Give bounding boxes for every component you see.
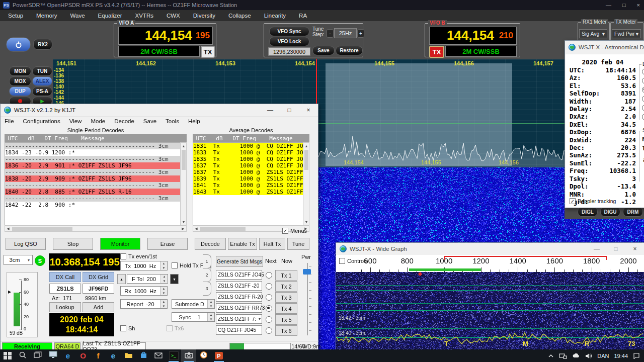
rx1-meter-select[interactable]: Sig Avg▾ bbox=[579, 29, 607, 38]
rx2-button[interactable]: RX2 bbox=[33, 39, 52, 50]
sh-checkbox[interactable]: Sh bbox=[120, 325, 135, 331]
astro-titlebar[interactable]: WSJT-X - Astronomical Data bbox=[565, 41, 644, 54]
store-icon[interactable] bbox=[136, 349, 151, 362]
scroll-up-icon[interactable]: ▲ bbox=[303, 143, 309, 149]
start-icon[interactable] bbox=[0, 349, 15, 362]
left-horizontal-scrollbar[interactable]: ◀ ▶ bbox=[5, 225, 187, 232]
spinner-arrows[interactable]: ▲▼ bbox=[160, 261, 167, 270]
folder-icon[interactable] bbox=[121, 349, 136, 362]
menu-item-view[interactable]: View bbox=[69, 118, 82, 124]
tx2-next-radio[interactable] bbox=[266, 283, 272, 290]
tx-decode-row[interactable]: 1837 Tx 1000 @ CQ OZ1FF JO45 bbox=[193, 162, 303, 169]
decode-row[interactable]: 1834 -23 -0.9 1200 :* bbox=[5, 149, 181, 156]
wsjtx-titlebar[interactable]: WSJT-X v2.1.2 by K1JT — □ × bbox=[1, 104, 318, 117]
menu-item-tools[interactable]: Tools bbox=[166, 118, 179, 124]
chevron-up-icon[interactable] bbox=[548, 353, 554, 358]
tun-button[interactable]: TUN bbox=[32, 66, 52, 76]
tx5-next-radio[interactable] bbox=[266, 316, 272, 323]
console-icon[interactable]: >_ bbox=[166, 349, 181, 362]
scroll-down-icon[interactable]: ▼ bbox=[181, 219, 187, 225]
spinner-arrows[interactable]: ▲▼ bbox=[160, 300, 167, 308]
camera-icon[interactable] bbox=[181, 349, 196, 362]
tx-decode-row[interactable]: 1835 Tx 1000 @ CQ OZ1FF JO45 bbox=[193, 156, 303, 162]
spinner-arrows[interactable]: ▲▼ bbox=[160, 275, 168, 283]
add-button[interactable]: Add bbox=[83, 302, 114, 312]
mode-button-digl[interactable]: DIGL bbox=[578, 207, 598, 217]
opera-icon[interactable]: O bbox=[75, 349, 91, 362]
firefox-icon[interactable]: f bbox=[91, 349, 106, 362]
sync-spinner[interactable]: Sync -1 ▲▼ bbox=[172, 312, 215, 322]
freq-up-button[interactable]: ▲ bbox=[117, 274, 126, 284]
lookup-button[interactable]: Lookup bbox=[49, 302, 81, 312]
tx4-message-field[interactable]: ZS1LS OZ1FF RR73 bbox=[216, 303, 262, 313]
stop-button[interactable]: Stop bbox=[53, 238, 93, 250]
menu-item-save[interactable]: Save bbox=[143, 118, 156, 124]
menu-item-mode[interactable]: Mode bbox=[91, 118, 105, 124]
menu-item-collapse[interactable]: Collapse bbox=[228, 13, 251, 19]
decode-row[interactable]: 1840 -20 2.8 885 :* OZ1FF ZS1LS R-16 bbox=[5, 189, 181, 195]
scroll-right-icon[interactable]: ▶ bbox=[180, 226, 186, 232]
restore-button[interactable]: Restore bbox=[336, 46, 363, 55]
tx-freq-spinner[interactable]: Tx 1000 Hz ▲▼ bbox=[120, 261, 168, 270]
decode-row[interactable]: ----------------------------------------… bbox=[5, 195, 181, 202]
halt-tx-button[interactable]: Halt Tx bbox=[259, 238, 285, 250]
decode-row[interactable]: ----------------------------------------… bbox=[5, 156, 181, 162]
tx-decode-row[interactable]: 1837 Tx 1000 @ ZS1LS OZ1FF -2 bbox=[193, 169, 303, 175]
tx6-message-field[interactable]: CQ OZ1FF JO45 bbox=[216, 325, 262, 335]
vfo-lock-button[interactable]: VFO Lock bbox=[269, 37, 309, 46]
tx-even-checkbox[interactable]: Tx even/1st bbox=[120, 253, 157, 259]
monitor-button[interactable]: Monitor bbox=[100, 238, 140, 250]
tx4-now-button[interactable]: Tx 4 bbox=[275, 303, 297, 314]
tx-decode-row[interactable]: 1843 Tx 1000 @ ZS1LS OZ1FF RR bbox=[193, 189, 303, 195]
psa-button[interactable]: PS-A bbox=[32, 86, 52, 96]
average-decodes-list[interactable]: 1831 Tx 1000 @ CQ OZ1FF JO451833 Tx 1000… bbox=[193, 142, 304, 226]
tx2-now-button[interactable]: Tx 2 bbox=[275, 281, 297, 292]
tx1-next-radio[interactable] bbox=[266, 272, 272, 279]
scroll-left-icon[interactable]: ◀ bbox=[193, 226, 199, 232]
single-period-decodes-list[interactable]: ----------------------------------------… bbox=[5, 142, 181, 226]
maximize-icon[interactable]: □ bbox=[622, 2, 626, 8]
doppler-tracking-checkbox[interactable]: ✓ Doppler tracking bbox=[570, 198, 616, 204]
alex-button[interactable]: ALEX bbox=[32, 76, 52, 86]
right-vertical-scrollbar[interactable]: ▲ ▼ bbox=[303, 142, 309, 225]
menu-item-configurations[interactable]: Configurations bbox=[23, 118, 60, 124]
menu-item-ra[interactable]: RA bbox=[299, 13, 307, 19]
menu-item-file[interactable]: File bbox=[5, 118, 14, 124]
menu-item-help[interactable]: Help bbox=[188, 118, 200, 124]
menu-item-diversity[interactable]: Diversity bbox=[193, 13, 215, 19]
band-select[interactable]: 3cm ▾ bbox=[4, 255, 33, 265]
mail-icon[interactable] bbox=[151, 349, 166, 362]
powersdr-titlebar[interactable]: PS PowerSDR™ OpenHPSDR mRX PS v3.4.2 (7/… bbox=[0, 0, 644, 10]
close-icon[interactable]: × bbox=[625, 243, 644, 255]
dx-call-button[interactable]: DX Call bbox=[49, 272, 81, 282]
ie-icon[interactable]: e bbox=[106, 349, 121, 362]
tx-decode-row[interactable]: 1831 Tx 1000 @ CQ OZ1FF JO45 bbox=[193, 143, 303, 149]
decode-row[interactable]: 1838 -20 2.9 909 :* OZ1FF ZS1LS JF96 bbox=[5, 175, 181, 182]
decode-row[interactable]: 1842 -22 2.8 900 :* bbox=[5, 202, 181, 208]
dx-call-field[interactable]: ZS1LS bbox=[49, 284, 81, 294]
tx6-next-radio[interactable] bbox=[266, 327, 272, 334]
close-icon[interactable]: × bbox=[299, 104, 318, 116]
tx5-now-button[interactable]: Tx 5 bbox=[275, 314, 297, 325]
wide-graph-titlebar[interactable]: WSJT-X - Wide Graph — □ × bbox=[336, 243, 644, 255]
maximize-icon[interactable]: □ bbox=[606, 243, 625, 255]
tx3-message-field[interactable]: ZS1LS OZ1FF R-20 bbox=[216, 292, 262, 302]
mode-button-digu[interactable]: DIGU bbox=[600, 207, 620, 217]
vfo-b-display[interactable]: 144,154 210 bbox=[429, 27, 517, 45]
tx4-next-radio[interactable] bbox=[266, 305, 272, 312]
menu-item-equalizer[interactable]: Equalizer bbox=[98, 13, 122, 19]
power-button[interactable] bbox=[6, 37, 31, 52]
tx-meter-select[interactable]: Fwd Pwr▾ bbox=[612, 29, 641, 38]
rx-freq-spinner[interactable]: Rx 1000 Hz ▲▼ bbox=[120, 286, 168, 296]
tx6-now-button[interactable]: Tx 6 bbox=[275, 325, 297, 336]
scroll-left-icon[interactable]: ◀ bbox=[5, 226, 11, 232]
maximize-icon[interactable]: □ bbox=[280, 104, 299, 116]
file-explorer-icon[interactable] bbox=[45, 349, 60, 362]
submode-spinner[interactable]: Submode D ▲▼ bbox=[172, 299, 215, 309]
menu-item-memory[interactable]: Memory bbox=[36, 13, 57, 19]
menu-item-cwx[interactable]: CWX bbox=[167, 13, 180, 19]
vfo-sync-button[interactable]: VFO Sync bbox=[269, 27, 309, 36]
menu-item-linearity[interactable]: Linearity bbox=[264, 13, 286, 19]
ftol-spinner[interactable]: F Tol 200 ▲▼ bbox=[127, 274, 168, 284]
report-spinner[interactable]: Report -20 ▲▼ bbox=[120, 299, 168, 309]
